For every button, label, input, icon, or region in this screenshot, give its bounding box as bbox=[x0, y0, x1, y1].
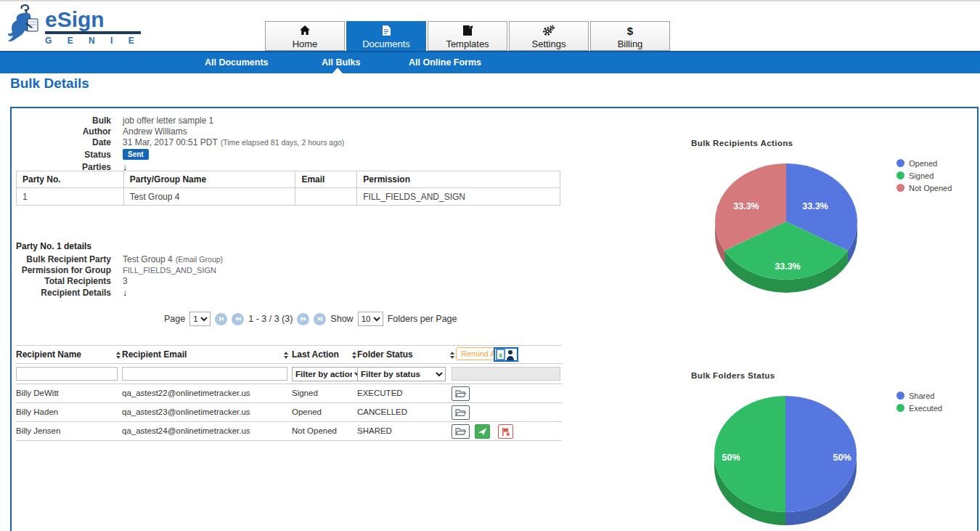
brand-subname: G E N I E bbox=[45, 36, 141, 46]
billing-dollar-icon: $ bbox=[591, 25, 669, 37]
tab-settings[interactable]: Settings bbox=[509, 21, 589, 51]
pie-chart: 50% 50% bbox=[682, 367, 893, 531]
svg-text:x: x bbox=[499, 352, 502, 359]
tab-templates[interactable]: Templates bbox=[428, 21, 507, 51]
party-table: Party No. Party/Group Name Email Permiss… bbox=[16, 171, 560, 206]
filter-name-input[interactable] bbox=[16, 367, 118, 381]
home-icon bbox=[266, 25, 344, 37]
active-subnav-pointer bbox=[332, 68, 343, 73]
permission-row: Permission for Group FILL_FIELDS_AND_SIG… bbox=[12, 265, 216, 275]
sort-icon[interactable] bbox=[450, 352, 454, 359]
recipients-header-row: Recipient Name Recipient Email Last Acti… bbox=[16, 345, 562, 364]
brand-name: eSign bbox=[45, 9, 141, 34]
sort-icon[interactable] bbox=[284, 352, 288, 359]
pagination-bar: Page 1 1 - 3 / 3 (3) Show 10 Folders per… bbox=[164, 312, 457, 326]
folder-icon bbox=[455, 408, 466, 417]
excel-export-icon: x bbox=[496, 349, 516, 360]
page-title: Bulk Details bbox=[10, 76, 89, 92]
open-folder-button[interactable] bbox=[452, 386, 470, 401]
filter-disabled-input bbox=[452, 367, 560, 381]
recipient-details-row: Recipient Details ↓ bbox=[12, 287, 128, 298]
sort-icon[interactable] bbox=[116, 352, 121, 359]
svg-text:50%: 50% bbox=[722, 453, 740, 463]
chart-legend: Opened Signed Not Opened bbox=[897, 157, 952, 194]
col-recipient-name[interactable]: Recipient Name bbox=[16, 346, 81, 364]
page-size-select[interactable]: 10 bbox=[358, 312, 383, 326]
bulk-date-row: Date 31 Mar, 2017 00:51 PDT (Time elapse… bbox=[12, 137, 344, 147]
filter-status-select[interactable]: Filter by status bbox=[357, 367, 446, 381]
bulk-author-row: Author Andrew Williams bbox=[12, 126, 187, 137]
main-nav: Home Documents Templates Setti bbox=[265, 21, 671, 52]
tab-billing[interactable]: $ Billing bbox=[590, 21, 670, 51]
tab-home[interactable]: Home bbox=[265, 21, 345, 51]
cancel-flag-icon bbox=[501, 427, 510, 437]
filter-email-input[interactable] bbox=[122, 367, 287, 381]
pagination-range: 1 - 3 / 3 (3) bbox=[248, 314, 293, 324]
documents-subnav: All Documents All Bulks All Online Forms bbox=[0, 51, 980, 73]
pie-chart: 33.3% 33.3% 33.3% bbox=[682, 134, 893, 301]
templates-icon bbox=[428, 25, 507, 37]
col-folder-status[interactable]: Folder Status bbox=[357, 346, 413, 364]
subnav-all-online-forms[interactable]: All Online Forms bbox=[409, 52, 481, 73]
chart-title: Bulk Folders Status bbox=[691, 371, 775, 380]
recipient-row-1: Billy DeWitt qa_astest22@onlinetimetrack… bbox=[16, 384, 562, 403]
total-recipients-row: Total Recipients 3 bbox=[12, 276, 128, 286]
party-details-heading: Party No. 1 details bbox=[16, 241, 91, 251]
status-badge: Sent bbox=[123, 149, 149, 160]
party-table-header: Party No. Party/Group Name Email Permiss… bbox=[17, 171, 560, 188]
recipient-details-expand-arrow-icon[interactable]: ↓ bbox=[123, 287, 128, 298]
paper-plane-icon bbox=[478, 427, 487, 436]
folder-icon bbox=[455, 389, 466, 398]
legend-item-executed: Executed bbox=[897, 402, 942, 414]
excel-export-button[interactable]: x bbox=[494, 347, 518, 362]
settings-gears-icon bbox=[510, 25, 588, 37]
recipient-party-row: Bulk Recipient Party Test Group 4 (Email… bbox=[12, 254, 223, 264]
chart-bulk-folders-status: Bulk Folders Status 50% 50% Shared Execu… bbox=[682, 367, 980, 531]
chart-legend: Shared Executed bbox=[897, 389, 942, 414]
prev-page-icon[interactable] bbox=[232, 313, 244, 325]
open-folder-button[interactable] bbox=[452, 424, 470, 439]
resend-button[interactable] bbox=[475, 424, 490, 439]
legend-item-shared: Shared bbox=[897, 389, 942, 402]
svg-text:50%: 50% bbox=[833, 453, 851, 463]
svg-text:33.3%: 33.3% bbox=[802, 201, 828, 211]
legend-item-signed: Signed bbox=[897, 169, 952, 182]
recipient-row-2: Billy Haden qa_astest23@onlinetimetracke… bbox=[16, 403, 562, 422]
subnav-all-documents[interactable]: All Documents bbox=[205, 52, 269, 73]
legend-item-opened: Opened bbox=[897, 157, 952, 169]
brand-logo[interactable]: eSign G E N I E bbox=[6, 4, 141, 51]
recipients-table: Recipient Name Recipient Email Last Acti… bbox=[16, 345, 562, 441]
folder-icon bbox=[455, 427, 466, 436]
legend-item-not-opened: Not Opened bbox=[897, 182, 952, 194]
cancel-folder-button[interactable] bbox=[498, 424, 513, 439]
app-header: eSign G E N I E Home Documents Templates bbox=[0, 0, 980, 51]
next-page-icon[interactable] bbox=[297, 313, 309, 325]
filter-row: Filter by action Filter by status bbox=[16, 364, 562, 384]
sort-icon[interactable] bbox=[352, 352, 356, 359]
party-table-row: 1 Test Group 4 FILL_FIELDS_AND_SIGN bbox=[17, 188, 560, 206]
chart-title: Bulk Recipients Actions bbox=[691, 139, 793, 147]
tab-documents[interactable]: Documents bbox=[346, 21, 426, 52]
documents-icon bbox=[347, 25, 425, 37]
open-folder-button[interactable] bbox=[452, 405, 470, 420]
chart-bulk-recipients-actions: Bulk Recipients Actions 33.3% 33.3% 33.3… bbox=[682, 134, 980, 301]
bulk-status-row: Status Sent bbox=[12, 149, 149, 160]
genie-mascot-icon bbox=[6, 4, 44, 51]
recipient-row-3: Billy Jensen qa_astest24@onlinetimetrack… bbox=[16, 422, 562, 441]
filter-action-select[interactable]: Filter by action bbox=[292, 367, 364, 381]
page-select[interactable]: 1 bbox=[189, 312, 211, 326]
bulk-name-row: Bulk job offer letter sample 1 bbox=[12, 115, 213, 126]
first-page-icon[interactable] bbox=[215, 313, 227, 325]
last-page-icon[interactable] bbox=[314, 313, 326, 325]
col-last-action[interactable]: Last Action bbox=[292, 346, 339, 364]
svg-text:33.3%: 33.3% bbox=[733, 201, 759, 211]
svg-text:33.3%: 33.3% bbox=[775, 262, 800, 272]
col-recipient-email[interactable]: Recipient Email bbox=[122, 346, 187, 364]
